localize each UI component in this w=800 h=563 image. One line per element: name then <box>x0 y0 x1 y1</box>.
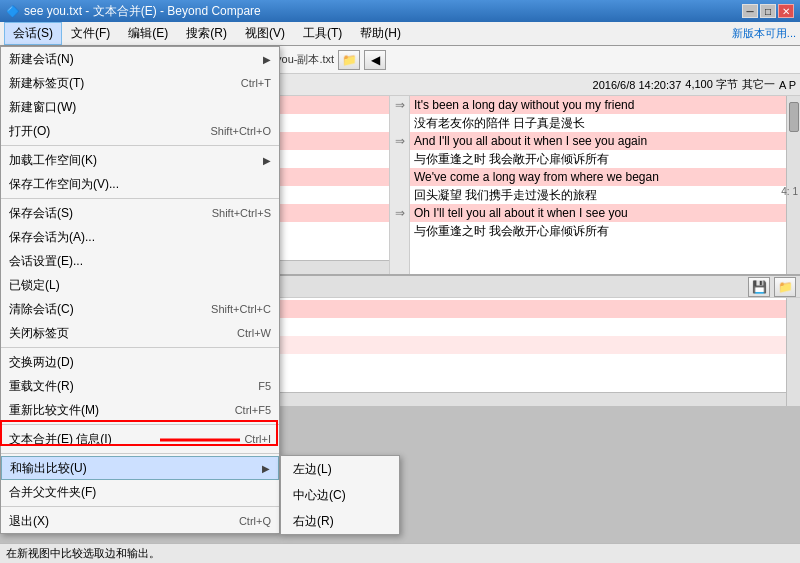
arrow-svg <box>160 430 240 450</box>
reload-file-shortcut: F5 <box>258 380 271 392</box>
merge-parent-label: 合并父文件夹(F) <box>9 484 96 501</box>
menu-close-tab[interactable]: 关闭标签页 Ctrl+W <box>1 321 279 345</box>
new-version-link[interactable]: 新版本可用... <box>732 26 796 41</box>
right-text-3: And I'll you all about it when I see you… <box>414 134 647 148</box>
menu-session-settings[interactable]: 会话设置(E)... <box>1 249 279 273</box>
right-line-5: We've come a long way from where we bega… <box>410 168 786 186</box>
red-arrow-graphic <box>160 430 240 450</box>
menu-search[interactable]: 搜索(R) <box>177 22 236 45</box>
right-line-8: 与你重逢之时 我会敞开心扉倾诉所有 <box>410 222 786 240</box>
merge-info-shortcut: Ctrl+I <box>244 433 271 445</box>
right-text-8: 与你重逢之时 我会敞开心扉倾诉所有 <box>414 223 609 240</box>
minimize-button[interactable]: ─ <box>742 4 758 18</box>
menu-merge-parent[interactable]: 合并父文件夹(F) <box>1 480 279 504</box>
new-window-label: 新建窗口(W) <box>9 99 76 116</box>
right-text-7: Oh I'll tell you all about it when I see… <box>414 206 628 220</box>
menu-locked[interactable]: 已锁定(L) <box>1 273 279 297</box>
new-tab-label: 新建标签页(T) <box>9 75 84 92</box>
markers: A P <box>779 79 796 91</box>
sep-1 <box>1 145 279 146</box>
status-text: 在新视图中比较选取边和输出。 <box>6 546 160 561</box>
recompare-label: 重新比较文件(M) <box>9 402 99 419</box>
menu-file[interactable]: 文件(F) <box>62 22 119 45</box>
load-workspace-label: 加载工作空间(K) <box>9 152 97 169</box>
app-icon: 🔷 <box>6 5 20 18</box>
sub-item-right[interactable]: 右边(R) <box>281 508 399 534</box>
title-bar-left: 🔷 see you.txt - 文本合并(E) - Beyond Compare <box>6 3 261 20</box>
close-tab-shortcut: Ctrl+W <box>237 327 271 339</box>
close-button[interactable]: ✕ <box>778 4 794 18</box>
sub-item-center[interactable]: 中心边(C) <box>281 482 399 508</box>
locked-label: 已锁定(L) <box>9 277 60 294</box>
right-text-6: 回头凝望 我们携手走过漫长的旅程 <box>414 187 597 204</box>
menu-save-session-as[interactable]: 保存会话为(A)... <box>1 225 279 249</box>
menu-clear-session[interactable]: 清除会话(C) Shift+Ctrl+C <box>1 297 279 321</box>
merge-info-label: 文本合并(E) 信息(I) <box>9 431 112 448</box>
menu-exit[interactable]: 退出(X) Ctrl+Q <box>1 509 279 533</box>
menu-open[interactable]: 打开(O) Shift+Ctrl+O <box>1 119 279 143</box>
exit-shortcut: Ctrl+Q <box>239 515 271 527</box>
nav-btn-right[interactable]: ◀ <box>364 50 386 70</box>
save-btn[interactable]: 💾 <box>748 277 770 297</box>
maximize-button[interactable]: □ <box>760 4 776 18</box>
reload-file-label: 重载文件(R) <box>9 378 74 395</box>
folder-output-btn[interactable]: 📁 <box>774 277 796 297</box>
right-vscroll[interactable] <box>786 96 800 274</box>
bottom-vscroll[interactable] <box>786 298 800 406</box>
status-bar: 在新视图中比较选取边和输出。 <box>0 543 800 563</box>
close-tab-label: 关闭标签页 <box>9 325 69 342</box>
menu-reload-file[interactable]: 重载文件(R) F5 <box>1 374 279 398</box>
window-title: see you.txt - 文本合并(E) - Beyond Compare <box>24 3 261 20</box>
menu-compare-output[interactable]: 和输出比较(U) 左边(L) 中心边(C) 右边(R) <box>1 456 279 480</box>
menu-recompare[interactable]: 重新比较文件(M) Ctrl+F5 <box>1 398 279 422</box>
position-indicator: 4: 1 <box>781 186 786 197</box>
menu-view[interactable]: 视图(V) <box>236 22 294 45</box>
sub-dropdown-output: 左边(L) 中心边(C) 右边(R) <box>280 455 400 535</box>
clear-session-label: 清除会话(C) <box>9 301 74 318</box>
save-session-shortcut: Shift+Ctrl+S <box>212 207 271 219</box>
open-label: 打开(O) <box>9 123 50 140</box>
date-info: 2016/6/8 14:20:37 <box>593 79 682 91</box>
recompare-shortcut: Ctrl+F5 <box>235 404 271 416</box>
menu-edit[interactable]: 编辑(E) <box>119 22 177 45</box>
right-text-5: We've come a long way from where we bega… <box>414 170 659 184</box>
menu-save-session[interactable]: 保存会话(S) Shift+Ctrl+S <box>1 201 279 225</box>
sep-3 <box>1 347 279 348</box>
menu-new-session[interactable]: 新建会话(N) <box>1 47 279 71</box>
compare-output-arrow <box>262 461 270 475</box>
menu-tools[interactable]: 工具(T) <box>294 22 351 45</box>
session-settings-label: 会话设置(E)... <box>9 253 83 270</box>
arrow-1: ⇒ <box>395 96 405 114</box>
arrow-3: ⇒ <box>395 204 405 222</box>
save-session-as-label: 保存会话为(A)... <box>9 229 95 246</box>
right-text-1: It's been a long day without you my frie… <box>414 98 634 112</box>
sub-center-label: 中心边(C) <box>293 487 346 504</box>
title-bar: 🔷 see you.txt - 文本合并(E) - Beyond Compare… <box>0 0 800 22</box>
menu-swap-sides[interactable]: 交换两边(D) <box>1 350 279 374</box>
right-line-2: 没有老友你的陪伴 日子真是漫长 <box>410 114 786 132</box>
menu-load-workspace[interactable]: 加载工作空间(K) <box>1 148 279 172</box>
load-workspace-arrow <box>263 154 271 166</box>
right-line-7: Oh I'll tell you all about it when I see… <box>410 204 786 222</box>
right-text-2: 没有老友你的陪伴 日子真是漫长 <box>414 115 585 132</box>
menu-new-window[interactable]: 新建窗口(W) <box>1 95 279 119</box>
folder-btn-right[interactable]: 📁 <box>338 50 360 70</box>
swap-sides-label: 交换两边(D) <box>9 354 74 371</box>
sep-5 <box>1 453 279 454</box>
right-scroll-thumb[interactable] <box>789 102 799 132</box>
save-session-label: 保存会话(S) <box>9 205 73 222</box>
menu-new-tab[interactable]: 新建标签页(T) Ctrl+T <box>1 71 279 95</box>
sub-item-left[interactable]: 左边(L) <box>281 456 399 482</box>
menu-save-workspace-as[interactable]: 保存工作空间为(V)... <box>1 172 279 196</box>
sep-6 <box>1 506 279 507</box>
arrow-2: ⇒ <box>395 132 405 150</box>
new-tab-shortcut: Ctrl+T <box>241 77 271 89</box>
menu-help[interactable]: 帮助(H) <box>351 22 410 45</box>
sub-left-label: 左边(L) <box>293 461 332 478</box>
menu-session[interactable]: 会话(S) <box>4 22 62 45</box>
menu-bar: 会话(S) 文件(F) 编辑(E) 搜索(R) 视图(V) 工具(T) 帮助(H… <box>0 22 800 46</box>
new-session-label: 新建会话(N) <box>9 51 74 68</box>
open-shortcut: Shift+Ctrl+O <box>210 125 271 137</box>
clear-session-shortcut: Shift+Ctrl+C <box>211 303 271 315</box>
sep-4 <box>1 424 279 425</box>
